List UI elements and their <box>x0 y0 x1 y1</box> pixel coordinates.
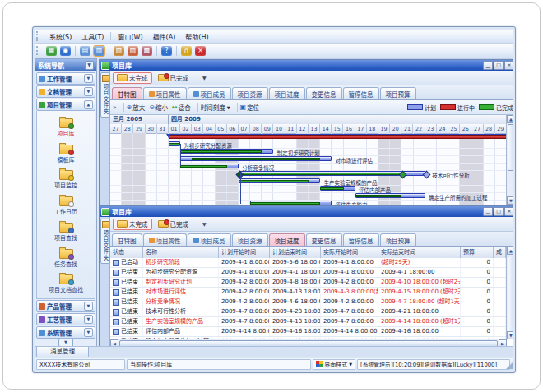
tab-未完成[interactable]: 未完成 <box>113 72 152 84</box>
gantt-bar-done[interactable] <box>169 143 180 145</box>
subtab-项目资源[interactable]: 项目资源 <box>232 233 268 246</box>
scroll-up-icon[interactable]: ▲ <box>507 247 513 255</box>
menu-item-3[interactable]: 插件(A) <box>148 31 181 42</box>
subtab-项目进度[interactable]: 项目进度 <box>269 233 305 246</box>
export-icon[interactable]: ▩ <box>142 46 152 56</box>
gantt-bar-done[interactable] <box>320 187 343 190</box>
menu-item-2[interactable]: 窗口(W) <box>113 31 147 42</box>
table-row[interactable]: 已结束对市场进行评估2009-4-2 8:00:002009-4-13 18:0… <box>110 288 507 297</box>
subtab-项目预算[interactable]: 项目预算 <box>380 87 416 99</box>
subtab-甘特图[interactable]: 甘特图 <box>112 87 142 99</box>
gantt-bar-done[interactable] <box>355 195 402 197</box>
chevron-down-icon[interactable]: ▼ <box>84 328 93 337</box>
tab-overflow-button[interactable]: ▼ <box>200 75 209 81</box>
column-header-状态[interactable]: 状态 <box>110 247 143 258</box>
report-icon[interactable]: ▧ <box>114 46 124 56</box>
gantt-bar-done[interactable] <box>250 202 320 205</box>
sidebar-item-工作日历[interactable]: 工作日历 <box>54 194 77 215</box>
subtab-项目成员[interactable]: 项目成员 <box>188 233 231 246</box>
table-row[interactable]: 已结束制定初步研究计划2009-4-2 8:00:002009-4-8 18:0… <box>110 278 507 288</box>
minimize-button[interactable]: ▁ <box>483 61 493 70</box>
chart-icon[interactable]: ▨ <box>128 46 138 56</box>
maximize-button[interactable]: □ <box>494 61 504 70</box>
subtab-变更信息[interactable]: 变更信息 <box>306 87 342 99</box>
minimize-button[interactable]: ▁ <box>483 207 493 216</box>
sidebar-group-文档管理[interactable]: 文档管理▼ <box>36 85 95 98</box>
toolbar-grip[interactable] <box>36 46 41 56</box>
column-header-实际结束时间[interactable]: 实际结束时间 <box>378 247 461 258</box>
window-titlebar[interactable]: 项目库 ▁ □ × <box>100 60 513 71</box>
chevron-up-icon[interactable]: ▲ <box>84 100 93 109</box>
menubar-grip[interactable] <box>36 31 41 40</box>
sidebar-group-工作管理[interactable]: 工作管理▼ <box>36 72 95 85</box>
close-button[interactable]: × <box>504 207 513 216</box>
column-header-实际开始时间[interactable]: 实际开始时间 <box>321 247 378 258</box>
column-header-计划开始时间[interactable]: 计划开始时间 <box>219 247 270 258</box>
subtab-项目预算[interactable]: 项目预算 <box>380 233 416 246</box>
workspace-icon[interactable]: ▦ <box>46 46 57 56</box>
pin-icon[interactable]: ▼ <box>85 61 94 70</box>
resize-grip[interactable] <box>506 362 513 369</box>
table-row[interactable]: 已结束生产实验室规模的产品2009-4-7 8:00:002009-4-13 1… <box>110 317 507 327</box>
subtab-项目属性[interactable]: 项目属性 <box>143 233 187 246</box>
sidebar-item-任务查找[interactable]: 任务查找 <box>54 247 77 268</box>
gantt-bar-done[interactable] <box>239 180 309 182</box>
column-header-成[interactable]: 成 <box>494 247 506 258</box>
gantt-bar-done[interactable] <box>192 158 320 160</box>
table-row[interactable]: 已结束技术可行性分析2009-4-7 8:00:002009-4-23 18:0… <box>110 307 507 317</box>
table-row[interactable]: 已结束评估内部产品2009-4-14 8:00:002009-4-16 18:0… <box>110 327 507 337</box>
web-icon[interactable]: ◉ <box>60 46 71 56</box>
more-tools-button[interactable]: » <box>113 104 117 111</box>
sidebar-item-项目文档查找[interactable]: 项目文档查找 <box>49 272 83 293</box>
save-icon[interactable]: ▥ <box>94 46 104 56</box>
gantt-bar-done[interactable] <box>180 165 227 168</box>
help-icon[interactable]: ? <box>161 46 172 56</box>
chevron-down-icon[interactable]: ▼ <box>84 302 93 311</box>
fit-button[interactable]: ↔适合 <box>172 103 191 112</box>
column-header-计划结束时间[interactable]: 计划结束时间 <box>270 247 321 258</box>
scroll-down-icon[interactable]: ▼ <box>507 331 513 339</box>
open-folder-icon[interactable]: ▤ <box>80 46 90 56</box>
side-tab-project-folder[interactable]: 项目文件夹 <box>100 219 110 264</box>
sidebar-group-系统管理[interactable]: 系统管理▼ <box>36 326 95 339</box>
sidebar-group-项目管理[interactable]: 项目管理▲ <box>36 99 95 111</box>
subtab-项目成员[interactable]: 项目成员 <box>188 87 231 99</box>
sidebar-group-工艺管理[interactable]: 工艺管理▼ <box>36 313 95 325</box>
tab-已完成[interactable]: 已完成 <box>155 219 193 229</box>
sidebar-item-项目查找[interactable]: 项目查找 <box>54 220 77 242</box>
subtab-甘特图[interactable]: 甘特图 <box>112 233 142 246</box>
subtab-项目属性[interactable]: 项目属性 <box>143 87 187 99</box>
chevron-down-icon[interactable]: ▼ <box>58 339 73 347</box>
scrollbar-thumb[interactable] <box>508 124 513 171</box>
gantt-bar-done[interactable] <box>180 150 262 153</box>
scroll-down-icon[interactable]: ▼ <box>507 196 513 205</box>
subtab-暂停信息[interactable]: 暂停信息 <box>343 87 379 99</box>
time-scale-button[interactable]: 时间刻度▼ <box>201 103 230 112</box>
zoom-in-button[interactable]: ⊕放大 <box>127 103 146 112</box>
subtab-变更信息[interactable]: 变更信息 <box>306 233 342 246</box>
chevron-down-icon[interactable]: ▼ <box>84 87 93 96</box>
tab-overflow-button[interactable]: ▼ <box>200 221 209 227</box>
sidebar-item-项目库[interactable]: 项目库 <box>58 116 75 137</box>
tab-已完成[interactable]: 已完成 <box>155 73 193 83</box>
scrollbar-thumb[interactable] <box>508 256 513 339</box>
scroll-up-icon[interactable]: ▲ <box>507 115 513 123</box>
exit-icon[interactable]: × <box>195 46 206 56</box>
subtab-暂停信息[interactable]: 暂停信息 <box>343 233 379 246</box>
menu-item-1[interactable]: 工具(T) <box>77 31 109 42</box>
tab-message-management[interactable]: 消息管理 <box>36 347 89 357</box>
gantt-vertical-scrollbar[interactable]: ▲ ▼ <box>506 115 513 205</box>
lock-icon[interactable]: ∩ <box>181 46 192 56</box>
maximize-button[interactable]: □ <box>494 207 504 216</box>
subtab-项目进度[interactable]: 项目进度 <box>269 87 305 99</box>
sidebar-item-模板库[interactable]: 模板库 <box>58 142 75 164</box>
sidebar-group-产品管理[interactable]: 产品管理▼ <box>36 300 95 312</box>
column-header-预算[interactable]: 预算 <box>461 247 494 258</box>
table-row[interactable]: 已启动初步研究阶段2009-4-1 8:00:002009-5-6 18:00:… <box>110 258 507 268</box>
table-vertical-scrollbar[interactable]: ▲ ▼ <box>506 247 513 339</box>
zoom-out-button[interactable]: ⊖缩小 <box>149 103 168 112</box>
sidebar-item-项目监控[interactable]: 项目监控 <box>54 168 77 189</box>
gantt-bar-red[interactable] <box>169 135 507 139</box>
tab-未完成[interactable]: 未完成 <box>113 219 152 230</box>
locate-button[interactable]: ▣定位 <box>240 103 260 112</box>
